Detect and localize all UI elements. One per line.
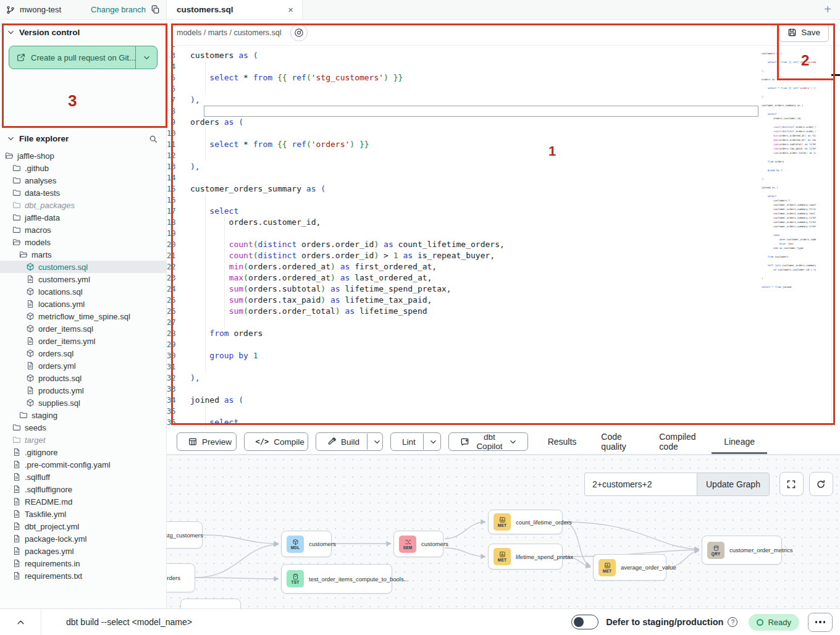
lint-button[interactable]: Lint [390,432,441,451]
preview-button[interactable]: Preview [177,432,237,451]
file-tree-item[interactable]: products.yml [0,384,166,397]
file-tree-item[interactable]: dbt_project.yml [0,520,166,532]
code-line[interactable]: 23 max(orders.ordered_at) as last_ordere… [167,272,840,284]
file-tree-item[interactable]: models [0,236,166,248]
tab-code-quality[interactable]: Code quality [589,429,647,454]
file-tree-item[interactable]: target [0,434,166,446]
file-explorer-header[interactable]: File explorer [0,126,166,148]
file-tree-item[interactable]: orders.sql [0,347,166,360]
build-button[interactable]: Build [316,432,383,451]
version-control-header[interactable]: Version control [0,20,166,42]
code-line[interactable]: 16 [167,195,840,206]
file-tree-item[interactable]: Taskfile.yml [0,508,166,520]
build-dropdown[interactable] [367,434,383,450]
code-editor[interactable]: 23customers as (45 select * from {{ ref(… [167,46,840,429]
collapse-panel-icon[interactable] [0,618,41,626]
lineage-node-test[interactable]: TSTtest_order_items_compute_to_bools... [281,564,392,594]
lineage-node-model[interactable]: MDLstg_customers [167,521,203,549]
file-tree-item[interactable]: locations.yml [0,298,166,310]
file-tree-item[interactable]: .gitignore [0,446,166,458]
lineage-panel[interactable]: MDLstg_customersMDLordersMDLcustomersTST… [167,455,840,608]
file-tree-item[interactable]: seeds [0,421,166,434]
code-line[interactable]: 35 [167,406,840,417]
tab-compiled-code[interactable]: Compiled code [647,429,712,454]
file-tree-item[interactable]: staging [0,409,166,421]
code-line[interactable]: 14 [167,172,840,183]
code-line[interactable]: 19 [167,228,840,239]
code-line[interactable]: 15customer_orders_summary as ( [167,183,840,195]
code-line[interactable]: 11 select * from {{ ref('orders') }} [167,139,840,150]
file-tree-item[interactable]: .sqlfluffignore [0,483,166,495]
save-button[interactable]: Save [779,23,829,42]
scrollbar-marker[interactable] [831,74,840,76]
file-tree-item[interactable]: supplies.sql [0,397,166,409]
search-icon[interactable] [149,135,158,143]
code-line[interactable]: 6 [167,83,840,95]
defer-toggle[interactable] [571,615,598,629]
code-line[interactable]: 25 sum(orders.tax_paid) as lifetime_tax_… [167,295,840,306]
change-branch-link[interactable]: Change branch [91,5,146,14]
file-tree-item[interactable]: packages.yml [0,545,166,557]
tab-lineage[interactable]: Lineage [712,429,767,454]
code-line[interactable]: 17 select [167,206,840,217]
more-options-button[interactable] [808,613,833,632]
code-line[interactable]: 12 [167,150,840,161]
file-tree-item[interactable]: requirements.txt [0,570,166,582]
lineage-node-model[interactable]: MDLcustomers [281,531,332,557]
file-tree-item[interactable]: order_items.sql [0,322,166,335]
file-tree-item[interactable]: package-lock.yml [0,532,166,545]
code-line[interactable]: 8 [167,106,840,117]
code-line[interactable]: 18 orders.customer_id, [167,217,840,228]
file-tree-item[interactable]: metricflow_time_spine.sql [0,310,166,322]
lineage-node-query[interactable]: QRYcustomer_order_metrics [702,536,782,565]
code-line[interactable]: 10 [167,128,840,139]
copy-icon[interactable] [151,5,160,14]
file-tree-item[interactable]: order_items.yml [0,335,166,347]
minimap[interactable]: customers as ( select * from {{ ref('stg… [762,47,816,289]
file-tree-item[interactable]: analyses [0,174,166,187]
command-hint[interactable]: dbt build --select <model_name> [66,617,192,627]
lineage-node-metric[interactable]: METlifetime_spend_pretax [488,544,563,570]
code-line[interactable]: 29 [167,339,840,350]
dbt-copilot-button[interactable]: dbt Copilot [448,432,528,451]
tab-results[interactable]: Results [536,429,589,454]
code-line[interactable]: 27 [167,317,840,328]
code-line[interactable]: 31 [167,361,840,372]
file-tree-item[interactable]: jaffle-data [0,211,166,224]
code-line[interactable]: 20 count(distinct orders.order_id) as co… [167,239,840,250]
code-line[interactable]: 7), [167,95,840,106]
update-graph-button[interactable]: Update Graph [697,473,770,496]
code-line[interactable]: 5 select * from {{ ref('stg_customers') … [167,72,840,83]
code-line[interactable]: 30 group by 1 [167,350,840,361]
file-tree-item[interactable]: README.md [0,495,166,508]
tab-close-icon[interactable]: × [285,4,296,15]
lineage-node-metric[interactable]: METaverage_order_value [593,554,666,581]
tab-customers-sql[interactable]: customers.sql × [167,0,303,19]
refresh-icon[interactable] [809,472,833,496]
file-tree-item[interactable]: data-tests [0,187,166,199]
file-tree-item[interactable]: jaffle-shop [0,149,166,162]
code-line[interactable]: 4 [167,61,840,72]
file-tree-item[interactable]: products.sql [0,372,166,384]
create-pr-dropdown[interactable] [135,46,157,69]
code-line[interactable]: 13), [167,161,840,172]
fullscreen-icon[interactable] [779,472,804,496]
file-tree-item[interactable]: requirements.in [0,557,166,570]
file-tree-item[interactable]: .github [0,162,166,174]
file-tree-item[interactable]: marts [0,248,166,261]
code-line[interactable]: 28 from orders [167,328,840,339]
code-line[interactable]: 22 min(orders.ordered_at) as first_order… [167,261,840,272]
code-line[interactable]: 3customers as ( [167,50,840,61]
lineage-node-metric[interactable]: METcount_lifetime_orders [488,510,563,534]
code-line[interactable]: 26 sum(orders.order_total) as lifetime_s… [167,306,840,317]
help-icon[interactable]: ? [728,617,737,627]
code-line[interactable]: 33 [167,384,840,395]
code-line[interactable]: 24 sum(orders.subtotal) as lifetime_spen… [167,284,840,295]
file-tree-item[interactable]: orders.yml [0,360,166,372]
compile-button[interactable]: </> Compile [244,432,309,451]
lineage-selector-input[interactable] [584,473,697,496]
file-tree-item[interactable]: customers.sql [0,261,166,273]
code-line[interactable]: 9orders as ( [167,117,840,128]
code-line[interactable]: 21 count(distinct orders.order_id) > 1 a… [167,250,840,261]
code-line[interactable]: 32), [167,372,840,384]
